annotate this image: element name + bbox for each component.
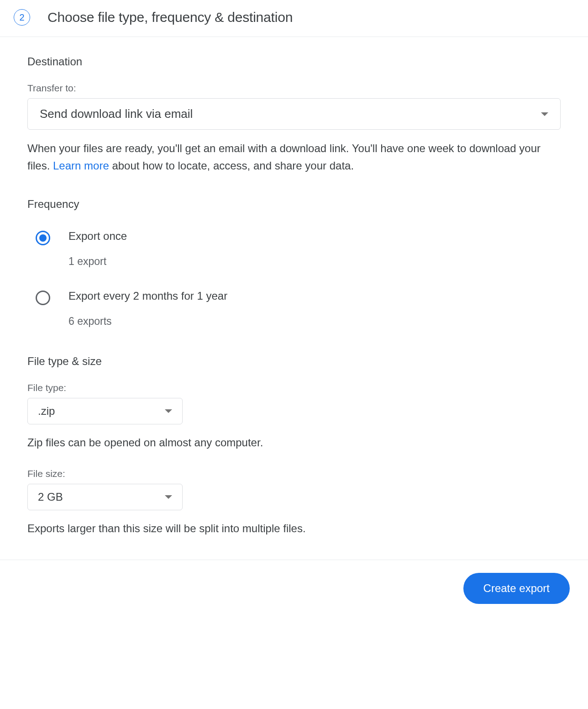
radio-sublabel: 6 exports [68,315,227,328]
radio-icon [36,231,50,245]
file-type-select[interactable]: .zip [27,398,183,424]
file-type-note: Zip files can be opened on almost any co… [27,434,561,451]
file-size-label: File size: [27,468,561,479]
radio-icon [36,291,50,305]
caret-down-icon [541,112,548,116]
transfer-to-label: Transfer to: [27,83,561,94]
step-number-badge: 2 [14,9,30,26]
file-type-label: File type: [27,382,561,393]
file-size-note: Exports larger than this size will be sp… [27,520,561,537]
caret-down-icon [165,409,172,413]
filetype-section: File type & size File type: .zip Zip fil… [27,355,561,537]
radio-sublabel: 1 export [68,255,127,268]
learn-more-link[interactable]: Learn more [53,159,109,172]
file-size-value: 2 GB [38,491,63,503]
transfer-to-select[interactable]: Send download link via email [27,98,561,130]
radio-label: Export once [68,230,127,243]
filetype-heading: File type & size [27,355,561,368]
frequency-option-export-once[interactable]: Export once 1 export [27,225,561,272]
frequency-heading: Frequency [27,198,561,211]
file-size-select[interactable]: 2 GB [27,484,183,510]
footer-bar: Create export [0,560,588,617]
frequency-option-export-every-2-months[interactable]: Export every 2 months for 1 year 6 expor… [27,285,561,332]
file-type-value: .zip [38,405,55,418]
step-header: 2 Choose file type, frequency & destinat… [0,0,588,37]
step-title: Choose file type, frequency & destinatio… [47,10,293,25]
radio-label: Export every 2 months for 1 year [68,290,227,302]
destination-helper-after: about how to locate, access, and share y… [109,159,354,172]
destination-heading: Destination [27,55,561,68]
destination-helper-text: When your files are ready, you'll get an… [27,140,561,175]
frequency-section: Frequency Export once 1 export Export ev… [27,198,561,332]
destination-section: Destination Transfer to: Send download l… [27,55,561,175]
caret-down-icon [165,495,172,499]
create-export-button[interactable]: Create export [463,573,570,604]
transfer-to-value: Send download link via email [40,107,193,121]
